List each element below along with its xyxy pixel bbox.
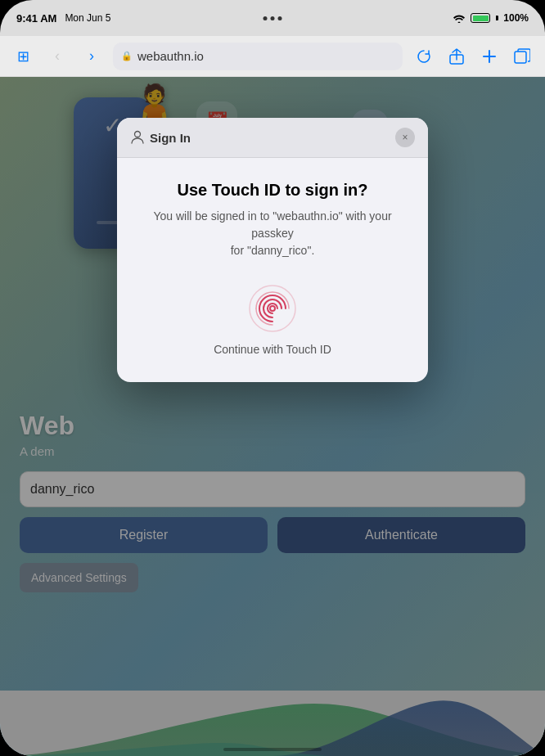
status-bar-center [263,16,282,20]
dot3 [278,16,282,20]
svg-rect-1 [515,52,526,63]
back-button[interactable]: ‹ [44,43,70,70]
battery-fill [473,16,489,21]
share-icon [449,48,464,65]
status-bar-right: 100% [453,12,529,24]
share-button[interactable] [444,43,470,70]
url-bar[interactable]: 🔒 webauthn.io [113,43,403,70]
modal-body: Use Touch ID to sign in? You will be sig… [117,158,428,382]
nav-bar: ⊞ ‹ › 🔒 webauthn.io [0,36,545,77]
status-bar: 9:41 AM Mon Jun 5 100% [0,0,545,36]
svg-point-2 [135,132,141,137]
modal-overlay: Sign In × Use Touch ID to sign in? You w… [0,77,545,756]
sidebar-button[interactable]: ⊞ [10,43,36,70]
person-signin-icon [130,130,145,145]
battery-percent: 100% [503,12,529,24]
status-date: Mon Jun 5 [65,12,110,24]
reload-button[interactable] [411,43,437,70]
signin-modal: Sign In × Use Touch ID to sign in? You w… [117,118,428,382]
modal-close-button[interactable]: × [395,128,415,147]
touchid-container: Continue with Touch ID [137,282,408,356]
status-bar-left: 9:41 AM Mon Jun 5 [16,12,110,25]
nav-actions [411,43,535,70]
forward-button[interactable]: › [79,43,105,70]
wifi-icon [453,13,466,23]
modal-description: You will be signed in to "webauthn.io" w… [137,208,408,259]
tabs-button[interactable] [509,43,535,70]
battery-icon [471,13,490,23]
main-content: 📅 ✉️ 👤 🖼️ 💬 📁 📊 ✓ 🧍 Web A dem [0,77,545,756]
add-tab-button[interactable] [476,43,502,70]
lock-icon: 🔒 [121,51,133,61]
touchid-label: Continue with Touch ID [214,343,331,356]
modal-title-row: Sign In [130,130,191,145]
modal-title: Sign In [150,131,191,145]
dot1 [263,16,268,20]
add-icon [482,49,497,64]
tabs-icon [514,48,530,65]
url-text: webauthn.io [137,49,204,63]
svg-point-4 [270,306,275,311]
reload-icon [417,49,431,64]
dot2 [271,16,275,20]
modal-header: Sign In × [117,118,428,158]
device-frame: 9:41 AM Mon Jun 5 100% ⊞ [0,0,545,756]
status-time: 9:41 AM [16,12,56,25]
battery-tip [496,16,498,20]
fingerprint-svg [248,284,297,333]
modal-main-title: Use Touch ID to sign in? [137,181,408,200]
fingerprint-icon [246,282,299,335]
